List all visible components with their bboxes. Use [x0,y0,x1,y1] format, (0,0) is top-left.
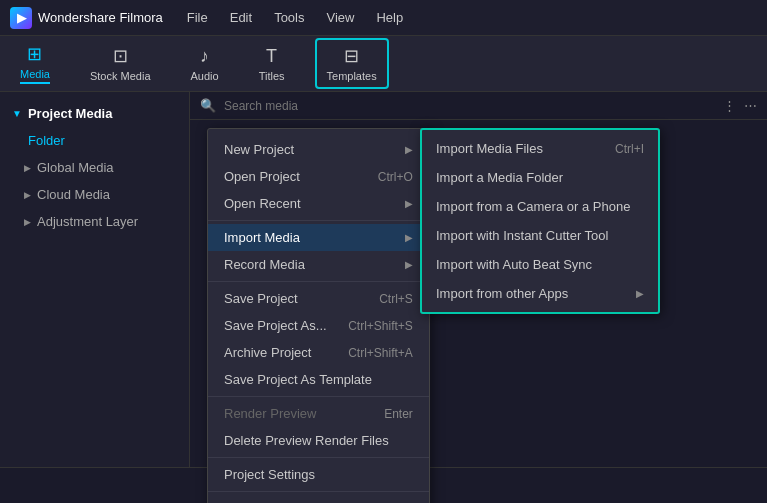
menu-view[interactable]: View [316,6,364,29]
import-other-apps-label: Import from other Apps [436,286,568,301]
menu-bar: File Edit Tools View Help [177,6,413,29]
tab-audio-label: Audio [191,70,219,82]
menu-save-project[interactable]: Save Project Ctrl+S [208,285,429,312]
import-auto-beat-label: Import with Auto Beat Sync [436,257,592,272]
search-icon: 🔍 [200,98,216,113]
tab-stock-label: Stock Media [90,70,151,82]
menu-help[interactable]: Help [366,6,413,29]
search-input[interactable] [224,99,715,113]
import-media-arrow: ▶ [405,232,413,243]
record-media-arrow: ▶ [405,259,413,270]
sidebar-header-label: Project Media [28,106,113,121]
app-logo: ▶ Wondershare Filmora [10,7,163,29]
tab-bar: ⊞ Media ⊡ Stock Media ♪ Audio T Titles ⊟… [0,36,767,92]
menu-open-project[interactable]: Open Project Ctrl+O [208,163,429,190]
more-icon[interactable]: ⋯ [744,98,757,113]
import-other-apps-arrow: ▶ [636,288,644,299]
menu-import-media[interactable]: Import Media ▶ [208,224,429,251]
sidebar-cloud-arrow: ▶ [24,190,31,200]
save-project-label: Save Project [224,291,298,306]
filter-icon[interactable]: ⋮ [723,98,736,113]
delete-preview-label: Delete Preview Render Files [224,433,389,448]
render-preview-shortcut: Enter [384,407,413,421]
save-project-as-label: Save Project As... [224,318,327,333]
import-files-label: Import Media Files [436,141,543,156]
menu-project-settings[interactable]: Project Settings [208,461,429,488]
search-bar: 🔍 ⋮ ⋯ [190,92,767,120]
submenu-import-other-apps[interactable]: Import from other Apps ▶ [422,279,658,308]
submenu-import-files[interactable]: Import Media Files Ctrl+I [422,134,658,163]
file-menu-section-1: New Project ▶ Open Project Ctrl+O Open R… [208,133,429,221]
tab-stock-media[interactable]: ⊡ Stock Media [80,40,161,87]
submenu-import-instant-cutter[interactable]: Import with Instant Cutter Tool [422,221,658,250]
save-project-shortcut: Ctrl+S [379,292,413,306]
templates-icon: ⊟ [344,45,359,67]
title-bar: ▶ Wondershare Filmora File Edit Tools Vi… [0,0,767,36]
import-media-label: Import Media [224,230,300,245]
file-menu-section-3: Save Project Ctrl+S Save Project As... C… [208,282,429,397]
sidebar-folder[interactable]: Folder [0,127,189,154]
menu-open-recent[interactable]: Open Recent ▶ [208,190,429,217]
app-logo-icon: ▶ [10,7,32,29]
import-files-shortcut: Ctrl+I [615,142,644,156]
menu-tools[interactable]: Tools [264,6,314,29]
menu-new-project[interactable]: New Project ▶ [208,136,429,163]
sidebar-global-media[interactable]: ▶ Global Media [0,154,189,181]
open-project-shortcut: Ctrl+O [378,170,413,184]
main-area: ▼ Project Media Folder ▶ Global Media ▶ … [0,92,767,467]
import-folder-label: Import a Media Folder [436,170,563,185]
record-media-label: Record Media [224,257,305,272]
open-recent-label: Open Recent [224,196,301,211]
tab-media[interactable]: ⊞ Media [10,38,60,89]
archive-project-shortcut: Ctrl+Shift+A [348,346,413,360]
import-instant-cutter-label: Import with Instant Cutter Tool [436,228,608,243]
menu-archive-project[interactable]: Archive Project Ctrl+Shift+A [208,339,429,366]
sidebar-global-arrow: ▶ [24,163,31,173]
menu-preferences[interactable]: Preferences Ctrl+Shift+, [208,495,429,503]
file-menu-section-5: Project Settings [208,458,429,492]
submenu-import-folder[interactable]: Import a Media Folder [422,163,658,192]
sidebar-adj-arrow: ▶ [24,217,31,227]
file-menu-section-4: Render Preview Enter Delete Preview Rend… [208,397,429,458]
menu-record-media[interactable]: Record Media ▶ [208,251,429,278]
open-project-label: Open Project [224,169,300,184]
sidebar-adjustment-layer[interactable]: ▶ Adjustment Layer [0,208,189,235]
save-as-template-label: Save Project As Template [224,372,372,387]
search-icons: ⋮ ⋯ [723,98,757,113]
file-menu-section-2: Import Media ▶ Record Media ▶ [208,221,429,282]
tab-titles[interactable]: T Titles [249,41,295,87]
sidebar-cloud-media[interactable]: ▶ Cloud Media [0,181,189,208]
file-dropdown-menu: New Project ▶ Open Project Ctrl+O Open R… [207,128,430,503]
submenu-import-auto-beat[interactable]: Import with Auto Beat Sync [422,250,658,279]
tab-audio[interactable]: ♪ Audio [181,41,229,87]
new-project-label: New Project [224,142,294,157]
tab-templates[interactable]: ⊟ Templates [315,38,389,89]
save-project-as-shortcut: Ctrl+Shift+S [348,319,413,333]
titles-icon: T [266,46,277,67]
new-project-arrow: ▶ [405,144,413,155]
sidebar-header: ▼ Project Media [0,100,189,127]
menu-file[interactable]: File [177,6,218,29]
menu-save-project-as[interactable]: Save Project As... Ctrl+Shift+S [208,312,429,339]
sidebar-arrow: ▼ [12,108,22,119]
render-preview-label: Render Preview [224,406,317,421]
menu-edit[interactable]: Edit [220,6,262,29]
import-media-submenu: Import Media Files Ctrl+I Import a Media… [420,128,660,314]
menu-render-preview[interactable]: Render Preview Enter [208,400,429,427]
tab-media-label: Media [20,68,50,84]
file-menu-section-6: Preferences Ctrl+Shift+, Keyboard Shortc… [208,492,429,503]
app-name: Wondershare Filmora [38,10,163,25]
audio-icon: ♪ [200,46,209,67]
sidebar: ▼ Project Media Folder ▶ Global Media ▶ … [0,92,190,467]
import-camera-label: Import from a Camera or a Phone [436,199,630,214]
submenu-import-camera[interactable]: Import from a Camera or a Phone [422,192,658,221]
project-settings-label: Project Settings [224,467,315,482]
menu-save-as-template[interactable]: Save Project As Template [208,366,429,393]
open-recent-arrow: ▶ [405,198,413,209]
tab-templates-label: Templates [327,70,377,82]
stock-media-icon: ⊡ [113,45,128,67]
tab-titles-label: Titles [259,70,285,82]
menu-delete-preview[interactable]: Delete Preview Render Files [208,427,429,454]
archive-project-label: Archive Project [224,345,311,360]
media-icon: ⊞ [27,43,42,65]
